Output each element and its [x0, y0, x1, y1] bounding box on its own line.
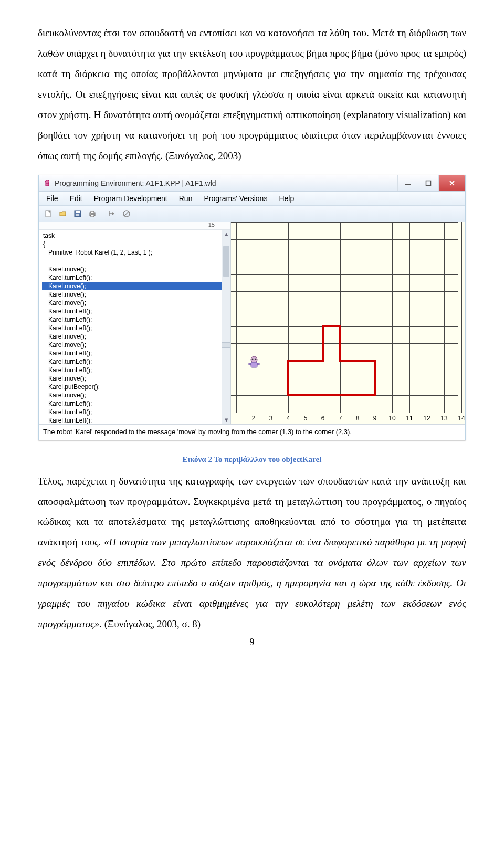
- menu-programs-versions[interactable]: Programs' Versions: [201, 194, 270, 203]
- axis-label: 8: [356, 415, 360, 422]
- code-line[interactable]: Karel.turnLeft();: [42, 315, 227, 324]
- scroll-down-icon[interactable]: ▾: [222, 416, 230, 424]
- grid-line: [461, 222, 462, 413]
- code-line[interactable]: Karel.turnLeft();: [42, 273, 227, 282]
- code-line[interactable]: Karel.move();: [42, 332, 227, 341]
- menu-file[interactable]: File: [43, 194, 61, 203]
- axis-label: 7: [339, 415, 342, 422]
- code-line[interactable]: Karel.move();: [42, 265, 227, 273]
- code-line[interactable]: Karel.move();: [42, 299, 227, 307]
- svg-rect-16: [251, 362, 257, 367]
- page-number: 9: [38, 637, 466, 648]
- toolbar: [39, 206, 465, 222]
- app-window: Programming Environment: A1F1.KPP | A1F1…: [38, 175, 466, 440]
- code-line[interactable]: Karel.putBeeper();: [42, 383, 227, 391]
- grid-line: [231, 326, 458, 327]
- wall: [322, 325, 341, 327]
- grid-line: [358, 222, 358, 413]
- figure-screenshot: Programming Environment: A1F1.KPP | A1F1…: [38, 175, 466, 464]
- code-line[interactable]: Karel.turnLeft();: [42, 349, 227, 357]
- svg-rect-2: [405, 184, 411, 185]
- wall: [287, 360, 289, 396]
- code-line[interactable]: Karel.turnLeft();: [42, 416, 227, 424]
- titlebar: Programming Environment: A1F1.KPP | A1F1…: [39, 175, 465, 192]
- code-line[interactable]: Karel.turnLeft();: [42, 307, 227, 315]
- minimize-button[interactable]: [397, 175, 418, 191]
- prose-para-1: διευκολύνοντας έτσι τον σπουδαστή να εντ…: [38, 23, 466, 166]
- wall: [339, 360, 376, 362]
- code-line[interactable]: task: [42, 231, 227, 240]
- svg-rect-18: [257, 363, 259, 365]
- step-icon[interactable]: [106, 207, 118, 220]
- para2-tail: (Ξυνόγαλος, 2003, σ. 8): [102, 618, 201, 629]
- code-line[interactable]: Karel.move();: [42, 290, 227, 299]
- window-controls: [397, 175, 465, 191]
- wall: [374, 360, 376, 396]
- grid-line: [231, 291, 458, 292]
- svg-line-12: [124, 212, 129, 216]
- splitter-handle[interactable]: [222, 342, 230, 348]
- code-line[interactable]: Karel.turnLeft();: [42, 408, 227, 416]
- axis-label: 3: [269, 415, 273, 422]
- scroll-up-icon[interactable]: ▴: [222, 230, 230, 238]
- window-title: Programming Environment: A1F1.KPP | A1F1…: [55, 179, 216, 187]
- code-line[interactable]: Primitive_Robot Karel (1, 2, East, 1 );: [42, 248, 227, 257]
- grid-line: [271, 222, 271, 413]
- code-line[interactable]: Karel.move();: [42, 341, 227, 349]
- code-line[interactable]: Karel.turnLeft();: [42, 399, 227, 408]
- wall: [339, 325, 341, 362]
- code-line[interactable]: Karel.move();: [42, 374, 227, 383]
- status-text: The robot 'Karel' responded to the messa…: [43, 428, 352, 436]
- code-line[interactable]: {: [42, 240, 227, 248]
- code-line[interactable]: Karel.turnLeft();: [42, 324, 227, 332]
- menu-help[interactable]: Help: [276, 194, 297, 203]
- grid-line: [231, 378, 458, 378]
- karel-robot-icon: [248, 356, 260, 370]
- svg-rect-7: [76, 214, 79, 216]
- grid-line: [392, 222, 393, 413]
- svg-rect-10: [91, 215, 94, 217]
- svg-rect-3: [426, 181, 431, 185]
- grid-line: [323, 222, 323, 413]
- axis-label: 14: [458, 415, 465, 422]
- workspace: 15 task{ Primitive_Robot Karel (1, 2, Ea…: [39, 222, 465, 424]
- grid-line: [444, 222, 445, 413]
- stop-icon[interactable]: [120, 207, 133, 220]
- grid-line: [231, 309, 458, 309]
- ruler-mark: 15: [208, 222, 215, 228]
- code-ruler: 15: [39, 222, 230, 230]
- code-pane: 15 task{ Primitive_Robot Karel (1, 2, Ea…: [39, 222, 231, 424]
- grid-line: [410, 222, 410, 413]
- code-editor[interactable]: task{ Primitive_Robot Karel (1, 2, East,…: [39, 230, 230, 424]
- print-icon[interactable]: [86, 207, 99, 220]
- axis-label: 10: [388, 415, 395, 422]
- grid-line: [231, 413, 458, 413]
- svg-point-13: [251, 356, 257, 363]
- svg-rect-1: [46, 183, 49, 186]
- code-line[interactable]: Karel.turnLeft();: [42, 357, 227, 366]
- grid-line: [427, 222, 427, 413]
- axis-label: 2: [252, 415, 256, 422]
- axis-label: 6: [321, 415, 325, 422]
- code-scrollbar[interactable]: ▴ ▾: [222, 230, 230, 424]
- para2-quote: «Η ιστορία των μεταγλωττίσεων παρουσιάζε…: [38, 536, 466, 629]
- menu-program-development[interactable]: Program Development: [91, 194, 171, 203]
- axis-label: 4: [287, 415, 290, 422]
- world-pane[interactable]: 234567891011121314: [231, 222, 465, 424]
- close-button[interactable]: [438, 175, 465, 191]
- menu-edit[interactable]: Edit: [67, 194, 86, 203]
- save-icon[interactable]: [71, 207, 84, 220]
- grid-line: [340, 222, 341, 413]
- maximize-button[interactable]: [418, 175, 438, 191]
- menu-run[interactable]: Run: [176, 194, 196, 203]
- code-line[interactable]: Karel.move();: [42, 391, 227, 399]
- new-file-icon[interactable]: [42, 207, 55, 220]
- code-line[interactable]: Karel.turnLeft();: [42, 366, 227, 374]
- open-file-icon[interactable]: [57, 207, 69, 220]
- scrollbar-thumb[interactable]: [223, 246, 229, 277]
- code-scroll-area[interactable]: task{ Primitive_Robot Karel (1, 2, East,…: [39, 230, 230, 424]
- code-line[interactable]: Karel.move();: [42, 282, 227, 290]
- figure-caption: Εικόνα 2 Το περιβάλλλον του objectKarel: [38, 455, 466, 464]
- code-line[interactable]: [42, 257, 227, 265]
- grid-line: [231, 239, 458, 240]
